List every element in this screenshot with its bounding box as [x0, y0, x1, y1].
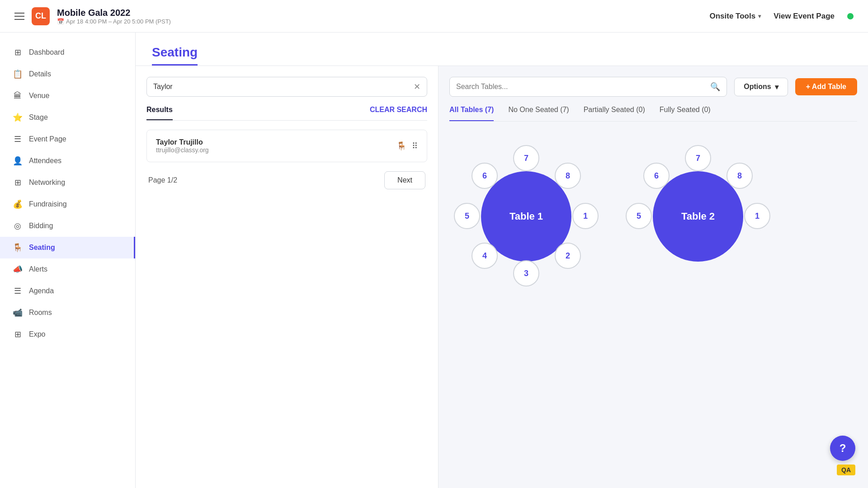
- next-button[interactable]: Next: [384, 171, 425, 189]
- table-diagram-1[interactable]: Table 1 7 8 1 2 3 4: [449, 140, 603, 293]
- result-info: Taylor Trujillo ttrujillo@classy.org: [156, 138, 209, 154]
- agenda-icon: ☰: [13, 286, 23, 296]
- attendee-search-wrapper[interactable]: ✕: [146, 77, 427, 97]
- clear-search-button[interactable]: CLEAR SEARCH: [370, 106, 427, 120]
- sidebar-item-rooms[interactable]: 📹 Rooms: [0, 302, 135, 324]
- result-actions: 🪑 ⠿: [396, 141, 418, 151]
- onsite-tools-button[interactable]: Onsite Tools ▾: [709, 12, 761, 21]
- seat-2-5[interactable]: 5: [626, 203, 652, 229]
- event-page-icon: ☰: [13, 134, 23, 144]
- qa-badge[interactable]: QA: [837, 465, 855, 475]
- sidebar: ⊞ Dashboard 📋 Details 🏛 Venue ⭐ Stage ☰ …: [0, 33, 136, 488]
- seat-2-7[interactable]: 7: [685, 145, 711, 171]
- filter-tab-fully-seated[interactable]: Fully Seated (0): [660, 106, 711, 121]
- app-logo: CL: [32, 7, 50, 25]
- search-icon: 🔍: [710, 82, 720, 92]
- rooms-icon: 📹: [13, 308, 23, 318]
- seat-1-5[interactable]: 5: [454, 203, 480, 229]
- page-title: Seating: [152, 45, 198, 66]
- page-info: Page 1/2: [148, 176, 177, 184]
- sidebar-item-details[interactable]: 📋 Details: [0, 63, 135, 85]
- filter-tab-all[interactable]: All Tables (7): [449, 106, 494, 121]
- sidebar-item-label: Event Page: [29, 135, 66, 143]
- search-panel: ✕ Results CLEAR SEARCH Taylor Trujillo t…: [136, 66, 439, 488]
- chevron-down-icon: ▾: [758, 13, 761, 19]
- sidebar-item-networking[interactable]: ⊞ Networking: [0, 172, 135, 193]
- attendee-name: Taylor Trujillo: [156, 138, 209, 146]
- attendees-icon: 👤: [13, 156, 23, 166]
- sidebar-item-label: Dashboard: [29, 48, 64, 56]
- dashboard-icon: ⊞: [13, 47, 23, 57]
- help-button[interactable]: ?: [830, 436, 855, 461]
- stage-icon: ⭐: [13, 113, 23, 122]
- filter-tab-no-one-seated[interactable]: No One Seated (7): [508, 106, 569, 121]
- sidebar-item-dashboard[interactable]: ⊞ Dashboard: [0, 42, 135, 63]
- sidebar-item-fundraising[interactable]: 💰 Fundraising: [0, 193, 135, 215]
- sidebar-item-label: Expo: [29, 330, 45, 338]
- sidebar-item-agenda[interactable]: ☰ Agenda: [0, 280, 135, 302]
- result-item: Taylor Trujillo ttrujillo@classy.org 🪑 ⠿: [146, 130, 427, 162]
- sidebar-item-attendees[interactable]: 👤 Attendees: [0, 150, 135, 172]
- options-button[interactable]: Options ▾: [734, 78, 788, 96]
- view-event-page-button[interactable]: View Event Page: [774, 12, 835, 21]
- table-search-wrapper[interactable]: 🔍: [449, 77, 727, 97]
- status-indicator: [847, 13, 854, 19]
- sidebar-item-seating[interactable]: 🪑 Seating: [0, 237, 135, 258]
- chevron-down-icon: ▾: [775, 83, 778, 91]
- header-right: Onsite Tools ▾ View Event Page: [709, 12, 854, 21]
- sidebar-item-label: Fundraising: [29, 200, 67, 208]
- app-header: CL Mobile Gala 2022 📅 Apr 18 4:00 PM – A…: [0, 0, 868, 33]
- sidebar-item-label: Seating: [29, 244, 55, 252]
- sidebar-item-expo[interactable]: ⊞ Expo: [0, 324, 135, 345]
- seat-2-1[interactable]: 1: [744, 203, 770, 229]
- filter-tab-partially-seated[interactable]: Partially Seated (0): [584, 106, 645, 121]
- alerts-icon: 📣: [13, 264, 23, 274]
- seat-1-1[interactable]: 1: [572, 203, 599, 229]
- sidebar-item-label: Agenda: [29, 287, 54, 295]
- seat-1-2[interactable]: 2: [555, 243, 581, 269]
- pagination: Page 1/2 Next: [146, 171, 427, 189]
- sidebar-item-label: Rooms: [29, 309, 52, 317]
- seat-2-6[interactable]: 6: [643, 163, 670, 189]
- page-header: Seating: [136, 33, 868, 66]
- table-filter-tabs: All Tables (7) No One Seated (7) Partial…: [449, 106, 857, 122]
- sidebar-item-label: Alerts: [29, 265, 47, 273]
- seating-icon: 🪑: [13, 243, 23, 253]
- table-search-input[interactable]: [456, 83, 707, 91]
- add-table-button[interactable]: + Add Table: [795, 78, 857, 95]
- attendee-email: ttrujillo@classy.org: [156, 146, 209, 154]
- seat-1-8[interactable]: 8: [555, 163, 581, 189]
- sidebar-item-label: Networking: [29, 178, 65, 187]
- event-info: Mobile Gala 2022 📅 Apr 18 4:00 PM – Apr …: [57, 8, 171, 25]
- venue-icon: 🏛: [13, 91, 23, 101]
- expo-icon: ⊞: [13, 329, 23, 339]
- calendar-icon: 📅: [57, 18, 64, 25]
- networking-icon: ⊞: [13, 178, 23, 188]
- tab-results[interactable]: Results: [146, 106, 173, 120]
- seat-1-4[interactable]: 4: [472, 243, 498, 269]
- sidebar-item-alerts[interactable]: 📣 Alerts: [0, 258, 135, 280]
- sidebar-item-stage[interactable]: ⭐ Stage: [0, 107, 135, 128]
- details-icon: 📋: [13, 69, 23, 79]
- sidebar-item-bidding[interactable]: ◎ Bidding: [0, 215, 135, 237]
- seat-1-6[interactable]: 6: [472, 163, 498, 189]
- sidebar-item-label: Venue: [29, 92, 49, 100]
- table-diagram-2[interactable]: Table 2 7 8 1 5 6: [621, 140, 775, 293]
- sidebar-item-event-page[interactable]: ☰ Event Page: [0, 128, 135, 150]
- seat-2-8[interactable]: 8: [726, 163, 753, 189]
- main-layout: ⊞ Dashboard 📋 Details 🏛 Venue ⭐ Stage ☰ …: [0, 33, 868, 488]
- sidebar-item-label: Details: [29, 70, 51, 78]
- bidding-icon: ◎: [13, 221, 23, 231]
- sidebar-item-label: Attendees: [29, 157, 61, 165]
- seat-1-7[interactable]: 7: [513, 145, 539, 171]
- sidebar-item-venue[interactable]: 🏛 Venue: [0, 85, 135, 107]
- search-clear-icon[interactable]: ✕: [414, 82, 420, 92]
- event-title: Mobile Gala 2022: [57, 8, 171, 18]
- sidebar-item-label: Stage: [29, 113, 48, 122]
- attendee-search-input[interactable]: [153, 83, 410, 91]
- seat-1-3[interactable]: 3: [513, 260, 539, 286]
- seat-icon[interactable]: 🪑: [396, 141, 406, 151]
- hamburger-menu[interactable]: [14, 13, 24, 20]
- tables-diagrams: Table 1 7 8 1 2 3 4: [449, 131, 857, 302]
- grid-icon[interactable]: ⠿: [412, 141, 418, 151]
